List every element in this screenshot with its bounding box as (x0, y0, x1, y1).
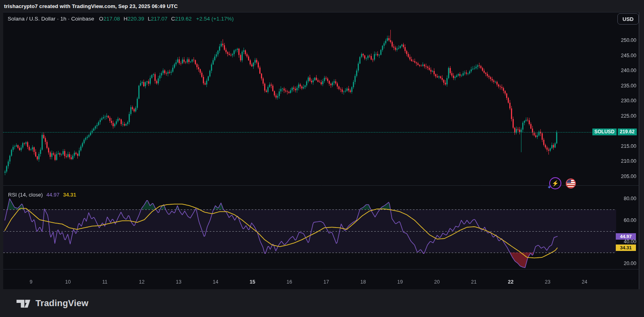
ohlc-open: O217.08 (99, 16, 120, 22)
symbol-tag: SOLUSD (592, 128, 617, 135)
time-axis-label: 14 (207, 279, 225, 285)
price-axis-label: 240.00 (621, 68, 636, 73)
rsi-ma-value: 34.31 (63, 192, 77, 198)
price-axis-label: 250.00 (621, 37, 636, 43)
lightning-boost-icon[interactable]: ⚡ ✦ (549, 177, 561, 189)
time-axis-label: 9 (22, 279, 40, 285)
footer-bar: TradingView (0, 289, 644, 317)
rsi-axis-label: 80.00 (624, 196, 636, 201)
time-axis-label: 11 (96, 279, 114, 285)
time-axis-label: 12 (133, 279, 151, 285)
time-axis-label: 19 (391, 279, 409, 285)
symbol-header: Solana / U.S. Dollar · 1h · Coinbase O21… (8, 15, 233, 23)
rsi-ma-last-value-tag: 34.31 (616, 244, 636, 251)
price-axis-label: 225.00 (621, 113, 636, 119)
time-axis-label: 17 (317, 279, 335, 285)
ohlc-close: C219.62 (171, 16, 192, 22)
time-axis-label: 16 (281, 279, 298, 285)
time-axis-label: 22 (502, 279, 520, 285)
rsi-axis-label: 60.00 (624, 218, 636, 223)
time-axis-label: 13 (170, 279, 188, 285)
price-axis-label: 210.00 (621, 158, 636, 164)
rsi-axis-label: 40.00 (624, 239, 636, 244)
current-price-tag: SOLUSD 219.62 (592, 128, 637, 135)
price-axis-label: 215.00 (621, 143, 636, 149)
rsi-value: 44.97 (46, 192, 60, 198)
time-axis-label: 15 (244, 279, 261, 285)
price-axis-label: 245.00 (621, 53, 636, 58)
symbol-title: Solana / U.S. Dollar · 1h · Coinbase (8, 16, 94, 22)
rsi-axis-label: 20.00 (624, 261, 636, 266)
sparkle-icon: ✦ (547, 184, 551, 190)
time-axis-label: 21 (465, 279, 483, 285)
flag-canton (567, 179, 571, 183)
currency-toggle-button[interactable]: USD (617, 13, 639, 25)
attribution-bar: trishacrypto7 created with TradingView.c… (0, 0, 644, 12)
time-axis-label: 24 (576, 279, 594, 285)
chart-canvas[interactable] (0, 12, 644, 289)
price-change: +2.54 (+1.17%) (196, 16, 233, 22)
time-axis-label: 10 (59, 279, 77, 285)
attribution-text: trishacrypto7 created with TradingView.c… (4, 3, 178, 9)
price-axis-label: 205.00 (621, 174, 636, 179)
tradingview-logo-icon[interactable] (16, 298, 31, 309)
chart-widget: Solana / U.S. Dollar · 1h · Coinbase O21… (0, 12, 644, 289)
rsi-title: RSI (14, close) (8, 192, 43, 198)
last-price-tag: 219.62 (618, 128, 637, 135)
price-axis-label: 230.00 (621, 98, 636, 104)
rsi-header: RSI (14, close) 44.97 34.31 (8, 192, 76, 198)
ohlc-high: H220.39 (123, 16, 144, 22)
time-axis-label: 23 (539, 279, 556, 285)
time-axis-label: 20 (428, 279, 446, 285)
us-flag-icon (566, 178, 576, 189)
price-axis-label: 235.00 (621, 83, 636, 89)
time-axis-label: 18 (354, 279, 372, 285)
tradingview-brand-text: TradingView (35, 298, 88, 309)
lightning-icon: ⚡ (550, 178, 561, 189)
rsi-last-value-tag: 44.97 (616, 233, 636, 240)
ohlc-low: L217.07 (148, 16, 167, 22)
